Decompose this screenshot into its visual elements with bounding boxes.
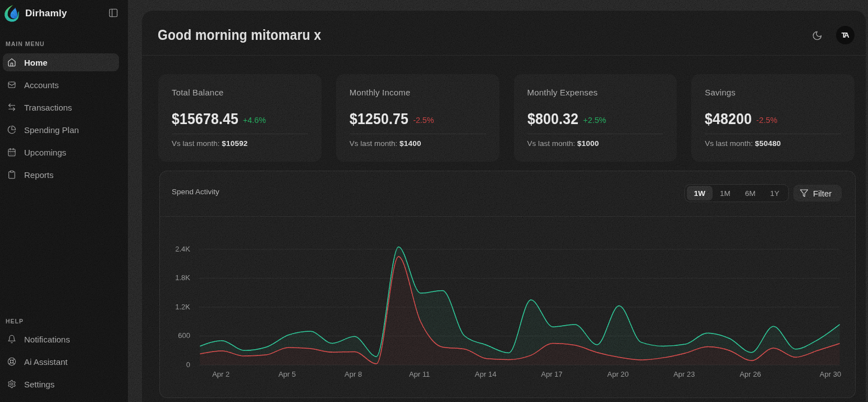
svg-text:Apr 26: Apr 26 bbox=[740, 370, 761, 378]
svg-text:2.4K: 2.4K bbox=[175, 245, 190, 253]
svg-text:Apr 11: Apr 11 bbox=[409, 370, 430, 378]
svg-text:600: 600 bbox=[178, 331, 190, 340]
svg-text:Apr 5: Apr 5 bbox=[278, 370, 296, 378]
svg-text:Apr 30: Apr 30 bbox=[820, 370, 841, 378]
svg-text:Apr 23: Apr 23 bbox=[673, 370, 695, 378]
svg-text:1.8K: 1.8K bbox=[175, 273, 190, 282]
svg-text:Apr 8: Apr 8 bbox=[345, 370, 362, 378]
svg-text:Apr 20: Apr 20 bbox=[607, 370, 628, 378]
svg-text:Apr 17: Apr 17 bbox=[541, 370, 562, 378]
svg-text:Apr 14: Apr 14 bbox=[475, 370, 496, 378]
svg-text:Apr 2: Apr 2 bbox=[212, 370, 229, 378]
svg-text:0: 0 bbox=[186, 360, 190, 369]
svg-text:1.2K: 1.2K bbox=[175, 303, 190, 311]
